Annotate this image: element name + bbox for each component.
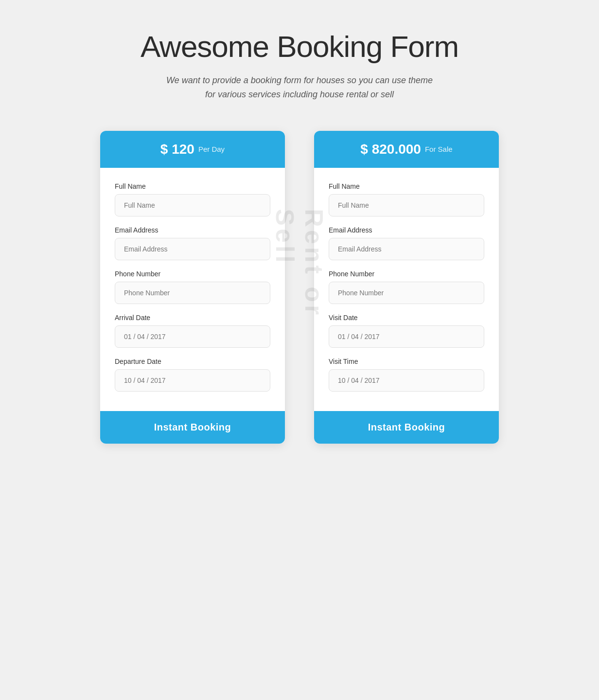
rental-departure-input[interactable] — [115, 369, 270, 392]
rental-card-price: $ 120 Per Day — [115, 142, 270, 157]
page-subtitle: We want to provide a booking form for ho… — [10, 73, 589, 102]
sale-card-price-amount: $ 820.000 — [360, 142, 421, 157]
sale-full-name-input[interactable] — [329, 194, 484, 216]
sale-card-price: $ 820.000 For Sale — [329, 142, 484, 157]
rental-email-group: Email Address — [115, 226, 270, 260]
rental-card-price-amount: $ 120 — [160, 142, 194, 157]
sale-card: $ 820.000 For Sale Full NameEmail Addres… — [314, 131, 499, 444]
rental-card-footer: Instant Booking — [100, 411, 285, 444]
rental-card-body: Full NameEmail AddressPhone NumberArriva… — [100, 168, 285, 411]
rental-card-header: $ 120 Per Day — [100, 131, 285, 168]
rental-card: $ 120 Per Day Full NameEmail AddressPhon… — [100, 131, 285, 444]
sale-visit-date-label: Visit Date — [329, 314, 484, 322]
sale-visit-date-group: Visit Date — [329, 314, 484, 348]
rental-arrival-label: Arrival Date — [115, 314, 270, 322]
forms-container: Rent or Sell $ 120 Per Day Full NameEmai… — [32, 131, 567, 444]
sale-visit-time-group: Visit Time — [329, 358, 484, 392]
rental-full-name-label: Full Name — [115, 182, 270, 190]
rental-email-label: Email Address — [115, 226, 270, 234]
rental-departure-group: Departure Date — [115, 358, 270, 392]
sale-visit-time-input[interactable] — [329, 369, 484, 392]
rental-full-name-input[interactable] — [115, 194, 270, 216]
sale-full-name-label: Full Name — [329, 182, 484, 190]
sale-visit-time-label: Visit Time — [329, 358, 484, 365]
rental-card-booking-button[interactable]: Instant Booking — [100, 411, 285, 444]
page-title: Awesome Booking Form — [10, 29, 589, 64]
sale-card-header: $ 820.000 For Sale — [314, 131, 499, 168]
sale-visit-date-input[interactable] — [329, 325, 484, 348]
sale-email-label: Email Address — [329, 226, 484, 234]
rental-card-price-period: Per Day — [198, 145, 225, 153]
sale-full-name-group: Full Name — [329, 182, 484, 216]
rental-phone-input[interactable] — [115, 282, 270, 304]
sale-email-group: Email Address — [329, 226, 484, 260]
sale-email-input[interactable] — [329, 238, 484, 260]
rental-phone-group: Phone Number — [115, 270, 270, 304]
sale-card-body: Full NameEmail AddressPhone NumberVisit … — [314, 168, 499, 411]
rental-arrival-input[interactable] — [115, 325, 270, 348]
sale-card-footer: Instant Booking — [314, 411, 499, 444]
rental-full-name-group: Full Name — [115, 182, 270, 216]
sale-card-price-period: For Sale — [425, 145, 453, 153]
divider-text: Rent or Sell — [270, 209, 329, 365]
sale-phone-label: Phone Number — [329, 270, 484, 278]
rental-phone-label: Phone Number — [115, 270, 270, 278]
rental-email-input[interactable] — [115, 238, 270, 260]
sale-phone-group: Phone Number — [329, 270, 484, 304]
sale-phone-input[interactable] — [329, 282, 484, 304]
rental-arrival-group: Arrival Date — [115, 314, 270, 348]
page-header: Awesome Booking Form We want to provide … — [10, 29, 589, 102]
rental-departure-label: Departure Date — [115, 358, 270, 365]
sale-card-booking-button[interactable]: Instant Booking — [314, 411, 499, 444]
